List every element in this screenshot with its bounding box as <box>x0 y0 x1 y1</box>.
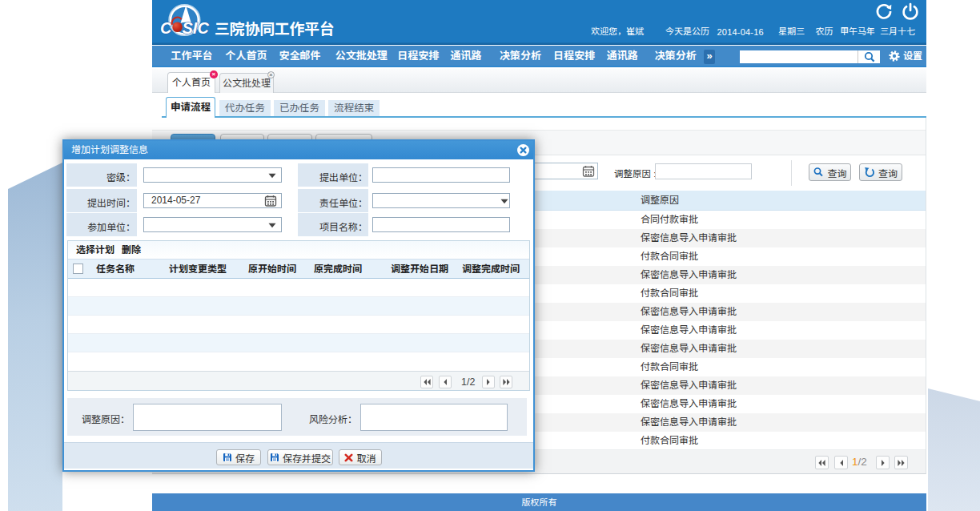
svg-text:C: C <box>160 19 172 37</box>
svg-text:SIC: SIC <box>183 19 210 37</box>
